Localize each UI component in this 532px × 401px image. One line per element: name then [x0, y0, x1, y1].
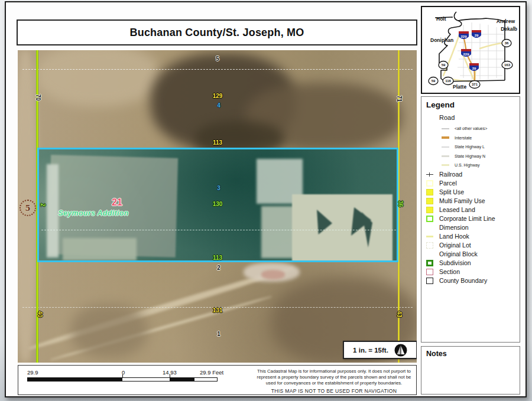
- map-title-box: Buchanan County/St. Joseph, MO: [17, 19, 417, 45]
- edge-dimension-label: 71: [396, 95, 403, 102]
- interstate-swatch: [442, 136, 449, 139]
- corporate-limit-swatch: [426, 216, 433, 222]
- lot-number-label: 1: [217, 331, 220, 337]
- lot-dashed-line-top: [22, 69, 413, 70]
- subdivision-name-label: Seymours Addition: [58, 209, 128, 217]
- county-label-holt: Holt: [436, 16, 446, 22]
- state-highway-l-swatch: [442, 146, 449, 148]
- county-locator-map: Holt Andrew Dekalb Doniphan Platte 229 2…: [421, 6, 520, 94]
- legend-item: Land Hook: [426, 232, 520, 241]
- svg-text:229: 229: [460, 35, 467, 38]
- interstate-shield-229: 229: [459, 31, 469, 39]
- legend-item: Split Use: [426, 188, 520, 197]
- dimension-label: 113: [213, 255, 222, 261]
- multi-family-swatch: [426, 198, 433, 204]
- interstate-shield-229-mid: 229: [461, 49, 471, 57]
- legend-item: Parcel: [426, 179, 520, 188]
- notes-panel: Notes: [421, 346, 520, 395]
- building-roof: [63, 238, 137, 260]
- subdivision-swatch: [426, 260, 433, 266]
- edge-dimension-label: 70: [35, 94, 41, 100]
- disclaimer: This Cadastral Map is for informational …: [255, 369, 413, 394]
- edge-dimension-label: 40: [37, 311, 43, 317]
- block-number-label: 129: [213, 93, 223, 99]
- disclaimer-text: This Cadastral Map is for informational …: [255, 369, 413, 386]
- svg-text:59: 59: [432, 79, 436, 83]
- original-lot-swatch: [426, 242, 433, 249]
- us-shield-116: 116: [443, 77, 453, 85]
- legend-item: Subdivision: [426, 259, 520, 268]
- legend-item: U.S. Highway: [442, 161, 520, 170]
- svg-text:229: 229: [463, 53, 469, 56]
- legend-item: State Highway N: [442, 152, 520, 161]
- edge-dimension-label: 2: [40, 203, 46, 207]
- svg-text:36: 36: [505, 41, 509, 45]
- map-footer-box: 29.9 0 14.93 29.9 Feet This Cadastral Ma…: [18, 365, 417, 395]
- lot-dashed-line-middle: [41, 230, 396, 230]
- us-shield-59: 59: [439, 61, 448, 69]
- section-corner-marker: 5: [19, 198, 37, 218]
- aerial-debris: [261, 270, 285, 279]
- section-number-label: 21: [112, 197, 122, 208]
- county-label-andrew: Andrew: [497, 18, 515, 24]
- lot-number-label: 2: [217, 265, 220, 271]
- aerial-dark-patch: [71, 304, 148, 357]
- land-hook-swatch: [426, 236, 433, 237]
- legend-item: Corporate Limit Line: [426, 214, 520, 223]
- split-use-swatch: [426, 189, 433, 195]
- svg-text:116: 116: [445, 79, 451, 83]
- lot-number-label: 4: [217, 102, 220, 109]
- interstate-shield-29-low: 29: [469, 63, 479, 71]
- legend-item: Interstate: [442, 133, 520, 143]
- north-arrow-icon: [394, 344, 407, 357]
- section-marker-number: 5: [20, 200, 36, 216]
- svg-text:29: 29: [475, 34, 479, 37]
- dimension-swatch: [426, 224, 433, 231]
- legend-group-road: Road: [439, 114, 520, 121]
- building-roof: [292, 194, 392, 262]
- block-number-label: 130: [213, 201, 223, 207]
- svg-text:371: 371: [472, 83, 478, 86]
- original-block-swatch: [426, 251, 433, 257]
- scale-bar-segments: [27, 377, 218, 382]
- legend-item: Leased Land: [426, 206, 520, 214]
- navigation-warning-text: THIS MAP IS NOT TO BE USED FOR NAVIGATIO…: [255, 388, 413, 394]
- block-number-label: 131: [213, 307, 223, 314]
- notes-title: Notes: [426, 350, 515, 358]
- legend-item: <all other values>: [442, 124, 520, 133]
- page-title: Buchanan County/St. Joseph, MO: [129, 27, 304, 39]
- legend-item: Section: [426, 268, 520, 276]
- lot-number-label: 3: [217, 185, 220, 191]
- svg-text:29: 29: [472, 67, 476, 70]
- us-shield-59b: 59: [429, 77, 438, 85]
- county-label-platte: Platte: [453, 84, 466, 90]
- map-viewport[interactable]: 5 129 4 113 3 130 21 Seymours Addition 1…: [18, 50, 417, 363]
- aerial-light-patch: [35, 50, 160, 106]
- edge-dimension-label: 36: [397, 200, 404, 207]
- locator-map-graphic: Holt Andrew Dekalb Doniphan Platte 229 2…: [422, 7, 519, 93]
- us-shield-371: 371: [469, 81, 480, 89]
- us-shield-163: 163: [502, 61, 512, 69]
- county-label-dekalb: Dekalb: [501, 26, 517, 32]
- interstate-shield-29: 29: [472, 30, 481, 38]
- building-edge: [47, 164, 59, 257]
- state-highway-n-swatch: [442, 155, 449, 157]
- legend-item: Original Lot: [426, 241, 520, 250]
- lot-number-label: 5: [216, 56, 219, 62]
- county-boundary-swatch: [426, 278, 433, 284]
- scale-label: 29.9 Feet: [200, 369, 223, 376]
- scale-note-box: 1 in. = 15ft.: [343, 341, 417, 359]
- dimension-label: 113: [213, 139, 222, 146]
- leased-land-swatch: [426, 207, 433, 213]
- railroad-swatch: [426, 174, 433, 175]
- section-swatch: [426, 269, 433, 275]
- road-other-swatch: [442, 128, 449, 129]
- parcel-swatch: [426, 180, 433, 187]
- roof-opening: [317, 210, 332, 234]
- scale-label: 29.9: [27, 369, 38, 376]
- us-highway-swatch: [442, 164, 449, 166]
- legend-item: Railroad: [426, 170, 520, 179]
- svg-text:163: 163: [504, 63, 511, 67]
- county-label-doniphan: Doniphan: [430, 37, 453, 43]
- cadastral-map-page: Buchanan County/St. Joseph, MO: [5, 1, 527, 397]
